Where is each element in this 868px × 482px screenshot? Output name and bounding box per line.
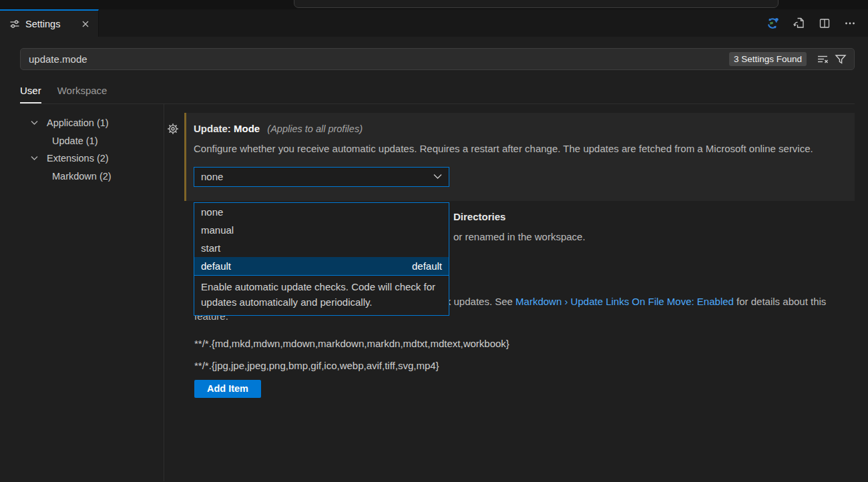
chevron-down-icon[interactable]: [31, 120, 41, 126]
settings-sliders-icon: [9, 19, 20, 29]
command-center-searchbox[interactable]: [294, 0, 779, 8]
dropdown-option-start[interactable]: start: [194, 239, 449, 257]
update-mode-dropdown: none manual start default default Enable…: [194, 202, 449, 316]
settings-toc: Application (1) Update (1) Extensions (2…: [0, 104, 164, 481]
clear-search-results-icon[interactable]: [815, 52, 831, 66]
setting-title-fragment: Directories: [453, 210, 855, 224]
chevron-down-icon: [433, 174, 442, 180]
search-query-text: update.mode: [29, 53, 729, 65]
list-item[interactable]: **/*.{md,mkd,mdwn,mdown,markdown,markdn,…: [194, 336, 855, 352]
settings-search-row: update.mode 3 Settings Found: [20, 48, 855, 70]
scope-tab-user[interactable]: User: [20, 85, 41, 103]
toc-item-application[interactable]: Application (1): [0, 114, 164, 132]
select-current-value: none: [201, 171, 223, 182]
dropdown-option-none[interactable]: none: [194, 203, 449, 221]
setting-title: Update: Mode (Applies to all profiles): [194, 122, 839, 136]
chevron-down-icon[interactable]: [31, 156, 41, 161]
settings-body: Application (1) Update (1) Extensions (2…: [0, 104, 868, 481]
option-default-detail: default: [412, 260, 442, 272]
dropdown-option-manual[interactable]: manual: [194, 221, 449, 239]
editor-tab-bar: Settings: [0, 9, 868, 37]
scope-tab-workspace[interactable]: Workspace: [57, 85, 107, 103]
dropdown-option-default[interactable]: default default: [194, 257, 449, 275]
open-settings-json-icon[interactable]: [791, 15, 807, 31]
settings-found-badge: 3 Settings Found: [729, 52, 807, 66]
settings-list: Update: Mode (Applies to all profiles) C…: [164, 104, 868, 481]
add-item-button[interactable]: Add Item: [194, 380, 261, 398]
toc-item-extensions[interactable]: Extensions (2): [0, 150, 164, 168]
filter-icon[interactable]: [833, 52, 848, 66]
setting-description: Configure whether you receive automatic …: [194, 142, 835, 157]
update-mode-select[interactable]: none: [194, 167, 449, 187]
list-item[interactable]: **/*.{jpg,jpe,jpeg,png,bmp,gif,ico,webp,…: [194, 358, 855, 374]
settings-search-input[interactable]: update.mode 3 Settings Found: [20, 48, 855, 70]
tab-label: Settings: [25, 19, 60, 29]
title-bar: [0, 0, 868, 9]
toc-item-update[interactable]: Update (1): [0, 132, 164, 150]
dropdown-option-description: Enable automatic update checks. Code wil…: [194, 275, 449, 315]
applies-to-all-profiles-note: (Applies to all profiles): [267, 124, 363, 134]
settings-sync-icon[interactable]: [765, 15, 781, 31]
gear-icon[interactable]: [167, 123, 179, 135]
split-editor-icon[interactable]: [817, 16, 832, 31]
more-actions-icon[interactable]: [843, 16, 857, 31]
setting-description-fragment: or renamed in the workspace.: [453, 230, 855, 244]
toc-item-markdown[interactable]: Markdown (2): [0, 168, 164, 186]
related-setting-link[interactable]: Markdown › Update Links On File Move: En…: [515, 296, 734, 307]
close-tab-icon[interactable]: [79, 18, 91, 30]
editor-actions: [765, 9, 868, 37]
settings-scope-tabs: User Workspace: [20, 79, 855, 104]
setting-update-mode: Update: Mode (Applies to all profiles) C…: [184, 113, 855, 201]
glob-pattern-list: **/*.{md,mkd,mdwn,mdown,markdown,markdn,…: [194, 336, 855, 374]
tab-settings[interactable]: Settings: [0, 9, 99, 37]
